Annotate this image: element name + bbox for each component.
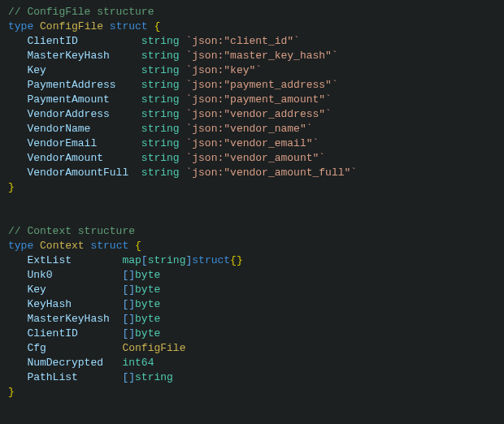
- empty-braces: {}: [230, 254, 243, 266]
- field-name: ClientID: [27, 35, 77, 47]
- field-tag: `json:"vendor_name"`: [185, 123, 312, 135]
- blank-line: [8, 195, 496, 210]
- field-tag: `json:"vendor_email"`: [185, 137, 319, 149]
- field-type: string: [135, 371, 173, 383]
- field-name: VendorName: [27, 123, 90, 135]
- slice-brackets: []: [122, 298, 135, 310]
- keyword-struct: struct: [90, 240, 128, 252]
- struct-field-line: Unk0 []byte: [8, 268, 496, 283]
- type-name: ConfigFile: [40, 20, 103, 32]
- struct-field-line: VendorName string `json:"vendor_name"`: [8, 122, 496, 136]
- field-type: string: [141, 79, 180, 91]
- field-tag: `json:"client_id"`: [185, 35, 299, 47]
- bracket-open: [: [141, 254, 148, 266]
- field-type: byte: [135, 327, 160, 340]
- slice-brackets: []: [122, 283, 135, 296]
- field-type: string: [141, 64, 180, 76]
- brace-open: {: [135, 240, 141, 252]
- struct-field-line: VendorAmount string `json:"vendor_amount…: [8, 151, 496, 166]
- struct-field-line: MasterKeyHash string `json:"master_key_h…: [8, 49, 496, 63]
- field-type: ConfigFile: [122, 342, 185, 354]
- field-name: KeyHash: [27, 298, 72, 310]
- slice-brackets: []: [122, 327, 135, 340]
- field-tag: `json:"vendor_amount"`: [185, 152, 325, 164]
- brace-close: }: [8, 181, 15, 193]
- field-name: PaymentAddress: [27, 79, 115, 91]
- keyword-type: type: [8, 240, 33, 252]
- field-name: Cfg: [27, 342, 46, 354]
- field-type: byte: [135, 313, 160, 325]
- field-name: VendorAmountFull: [27, 167, 128, 179]
- field-type: string: [141, 152, 180, 164]
- field-tag: `json:"master_key_hash"`: [185, 50, 337, 62]
- field-name: VendorAmount: [27, 152, 103, 164]
- field-name: NumDecrypted: [27, 357, 103, 369]
- struct-field-line: MasterKeyHash []byte: [8, 312, 496, 327]
- field-type: byte: [135, 283, 160, 296]
- field-tag: `json:"key"`: [185, 64, 262, 76]
- slice-brackets: []: [122, 313, 135, 325]
- struct-field-line: ClientID string `json:"client_id"`: [8, 34, 496, 49]
- comment-line: // Context structure: [8, 224, 496, 239]
- struct-field-line: VendorEmail string `json:"vendor_email"`: [8, 136, 496, 151]
- field-tag: `json:"payment_amount"`: [185, 93, 331, 106]
- field-type: int64: [122, 357, 154, 369]
- struct-decl-line: type ConfigFile struct {: [8, 19, 496, 34]
- field-type: string: [141, 50, 180, 62]
- field-type: string: [141, 123, 180, 135]
- field-type: byte: [135, 298, 160, 310]
- code-block: // ConfigFile structure type ConfigFile …: [0, 0, 504, 405]
- field-name: VendorAddress: [27, 108, 109, 120]
- struct-field-line: PathList []string: [8, 370, 496, 385]
- brace-close: }: [8, 386, 15, 398]
- field-name: ClientID: [27, 327, 77, 340]
- field-name: Unk0: [27, 269, 52, 281]
- struct-decl-line: type Context struct {: [8, 239, 496, 253]
- field-type: byte: [135, 269, 160, 281]
- field-name: PathList: [27, 371, 77, 383]
- struct-field-line: Key []byte: [8, 283, 496, 297]
- struct-field-line: Cfg ConfigFile: [8, 341, 496, 356]
- field-tag: `json:"payment_address"`: [185, 79, 337, 91]
- brace-close-line: }: [8, 180, 496, 195]
- struct2-fields: ExtList map[string]struct{} Unk0 []byte …: [8, 253, 496, 385]
- comment-line: // ConfigFile structure: [8, 5, 496, 19]
- map-key-type: string: [148, 254, 186, 266]
- struct-field-line: PaymentAmount string `json:"payment_amou…: [8, 93, 496, 107]
- struct-field-line: Key string `json:"key"`: [8, 63, 496, 78]
- field-type: string: [141, 35, 180, 47]
- struct-field-line: NumDecrypted int64: [8, 356, 496, 370]
- struct-field-line: ExtList map[string]struct{}: [8, 253, 496, 268]
- struct-field-line: VendorAmountFull string `json:"vendor_am…: [8, 166, 496, 180]
- field-name: PaymentAmount: [27, 93, 109, 106]
- struct1-fields: ClientID string `json:"client_id"` Maste…: [8, 34, 496, 180]
- keyword-struct: struct: [192, 254, 230, 266]
- field-name: Key: [27, 64, 46, 76]
- comment: // ConfigFile structure: [8, 6, 154, 18]
- blank-line: [8, 210, 496, 224]
- slice-brackets: []: [122, 371, 135, 383]
- field-type: string: [141, 93, 180, 106]
- field-name: Key: [27, 283, 46, 296]
- struct-field-line: ClientID []byte: [8, 327, 496, 341]
- struct-field-line: KeyHash []byte: [8, 297, 496, 312]
- brace-open: {: [154, 20, 160, 32]
- field-type: string: [141, 108, 180, 120]
- type-name: Context: [40, 240, 85, 252]
- slice-brackets: []: [122, 269, 135, 281]
- field-name: MasterKeyHash: [27, 313, 109, 325]
- keyword-type: type: [8, 20, 33, 32]
- field-name: MasterKeyHash: [27, 50, 109, 62]
- struct-field-line: PaymentAddress string `json:"payment_add…: [8, 78, 496, 93]
- field-tag: `json:"vendor_amount_full"`: [185, 167, 357, 179]
- keyword-map: map: [122, 254, 141, 266]
- struct-field-line: VendorAddress string `json:"vendor_addre…: [8, 107, 496, 122]
- field-type: string: [141, 167, 180, 179]
- comment: // Context structure: [8, 225, 135, 237]
- brace-close-line: }: [8, 385, 496, 400]
- field-name: VendorEmail: [27, 137, 97, 149]
- field-tag: `json:"vendor_address"`: [185, 108, 331, 120]
- field-type: string: [141, 137, 180, 149]
- keyword-struct: struct: [110, 20, 148, 32]
- field-name: ExtList: [27, 254, 72, 266]
